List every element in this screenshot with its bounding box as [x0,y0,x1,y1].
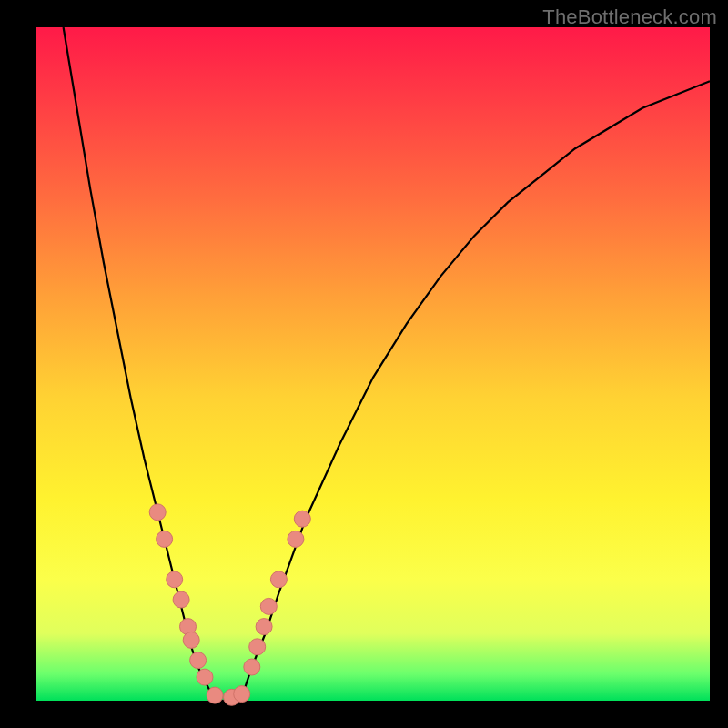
chart-frame: TheBottleneck.com [0,0,728,728]
marker-dot [270,571,287,588]
marker-dot [197,669,213,685]
marker-dot [256,619,272,635]
plot-area [36,27,710,701]
marker-dot [157,531,173,547]
marker-group [149,504,310,706]
marker-dot [244,659,260,675]
marker-dot [234,686,250,703]
chart-svg [36,27,710,701]
marker-dot [260,598,277,614]
marker-dot [167,571,183,588]
marker-dot [207,687,223,703]
marker-dot [294,511,310,527]
marker-dot [249,639,266,655]
marker-dot [149,504,166,521]
curve-left-branch [64,27,218,701]
marker-dot [190,652,207,669]
curve-right-branch [238,81,710,701]
watermark-text: TheBottleneck.com [542,5,717,29]
marker-dot [183,632,199,648]
marker-dot [288,531,304,547]
marker-dot [173,592,189,608]
